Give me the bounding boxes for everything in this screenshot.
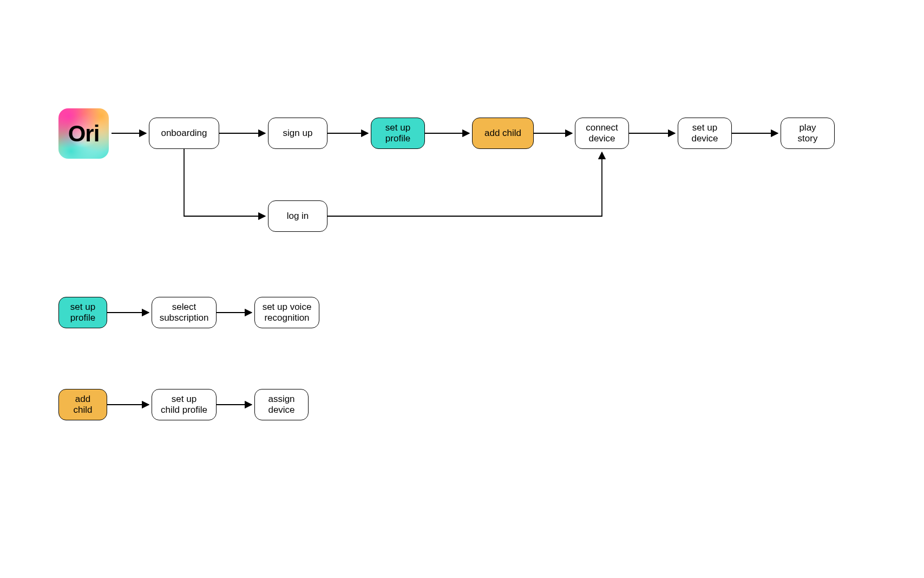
node-label: set upprofile xyxy=(385,122,410,145)
node-detail-child-profile: set upchild profile xyxy=(152,389,217,420)
node-connect-device: connectdevice xyxy=(575,118,629,149)
node-label: onboarding xyxy=(161,128,207,139)
node-detail-setup-profile: set upprofile xyxy=(58,297,107,328)
ori-logo: Ori xyxy=(58,108,109,159)
node-label: sign up xyxy=(283,128,313,139)
node-detail-voice-recognition: set up voicerecognition xyxy=(254,297,319,328)
node-setup-device: set updevice xyxy=(678,118,732,149)
node-play-story: playstory xyxy=(781,118,835,149)
node-label: set upprofile xyxy=(70,302,95,324)
node-add-child: add child xyxy=(472,118,534,149)
node-label: assigndevice xyxy=(268,394,294,416)
node-signup: sign up xyxy=(268,118,327,149)
diagram-canvas: Ori onboarding sign up set upprofile add… xyxy=(0,0,924,578)
node-label: addchild xyxy=(74,394,93,416)
node-label: add child xyxy=(484,128,521,139)
arrow-layer xyxy=(0,0,924,578)
node-label: set upchild profile xyxy=(161,394,207,416)
node-onboarding: onboarding xyxy=(149,118,219,149)
node-detail-add-child: addchild xyxy=(58,389,107,420)
node-label: playstory xyxy=(798,122,818,145)
node-label: log in xyxy=(287,211,309,222)
node-label: selectsubscription xyxy=(160,302,209,324)
node-detail-select-subscription: selectsubscription xyxy=(152,297,217,328)
node-login: log in xyxy=(268,200,327,232)
node-detail-assign-device: assigndevice xyxy=(254,389,309,420)
node-setup-profile: set upprofile xyxy=(371,118,425,149)
node-label: set up voicerecognition xyxy=(263,302,312,324)
node-label: connectdevice xyxy=(586,122,618,145)
ori-logo-text: Ori xyxy=(68,121,100,147)
node-label: set updevice xyxy=(691,122,718,145)
